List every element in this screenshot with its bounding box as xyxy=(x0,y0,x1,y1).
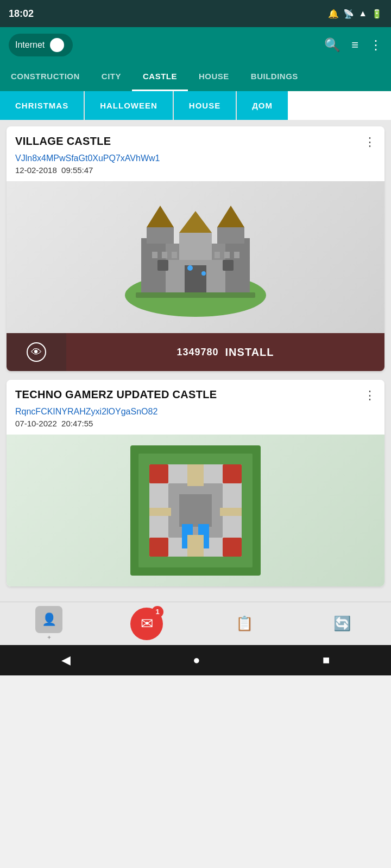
card-more-icon-2[interactable]: ⋮ xyxy=(364,388,376,403)
top-bar: Internet 🔍 ≡ ⋮ xyxy=(0,27,391,63)
svg-rect-30 xyxy=(149,464,168,483)
card-date-1: 12-02-2018 09:55:47 xyxy=(7,165,384,181)
svg-rect-32 xyxy=(149,538,168,557)
card-image-1 xyxy=(7,181,384,333)
svg-marker-8 xyxy=(217,206,244,227)
top-actions: 🔍 ≡ ⋮ xyxy=(324,37,382,53)
svg-rect-37 xyxy=(220,508,242,516)
svg-rect-21 xyxy=(224,252,230,258)
card-title-1: VILLAGE CASTLE xyxy=(15,135,111,148)
card-image-2 xyxy=(7,435,384,586)
nav-inbox[interactable]: ✉ 1 xyxy=(128,605,166,643)
nav-tabs: CONSTRUCTION CITY CASTLE HOUSE BUILDINGS xyxy=(0,63,391,91)
filter-tags: CHRISTMAS HALLOWEEN HOUSE ДОМ xyxy=(0,91,391,120)
nav-add-user[interactable]: 👤 ＋ xyxy=(30,605,68,643)
android-nav: ◀ ● ■ xyxy=(0,645,391,675)
cast-icon: 📡 xyxy=(343,9,354,19)
svg-rect-35 xyxy=(187,535,204,557)
svg-rect-34 xyxy=(187,464,204,486)
svg-rect-20 xyxy=(215,252,220,258)
card-village-castle: VILLAGE CASTLE ⋮ VJln8x4MPwSfaGt0XuPQ7xA… xyxy=(7,126,384,371)
svg-rect-19 xyxy=(172,252,177,258)
more-options-icon[interactable]: ⋮ xyxy=(369,37,382,53)
svg-rect-31 xyxy=(223,464,242,483)
svg-rect-27 xyxy=(179,494,212,527)
svg-rect-5 xyxy=(147,227,174,244)
inbox-badge: 1 xyxy=(152,606,163,618)
install-button-1[interactable]: 1349780 INSTALL xyxy=(66,333,384,371)
internet-toggle-label: Internet xyxy=(15,40,45,50)
wifi-icon: ▲ xyxy=(358,9,367,18)
status-bar: 18:02 🔔 📡 ▲ 🔋 xyxy=(0,0,391,27)
tab-buildings[interactable]: BUILDINGS xyxy=(240,63,309,91)
android-recent-button[interactable]: ■ xyxy=(323,653,330,667)
svg-rect-9 xyxy=(179,233,212,260)
svg-marker-7 xyxy=(147,206,174,227)
castle-svg-2 xyxy=(119,440,272,581)
status-icons: 🔔 📡 ▲ 🔋 xyxy=(328,9,382,19)
card-header-2: TECHNO GAMERZ UPDATED CASTLE ⋮ xyxy=(7,380,384,407)
filter-house[interactable]: HOUSE xyxy=(174,91,237,120)
card-techno-castle: TECHNO GAMERZ UPDATED CASTLE ⋮ RqncFCKIN… xyxy=(7,380,384,586)
svg-rect-12 xyxy=(157,260,168,271)
svg-rect-18 xyxy=(162,252,167,258)
nav-clipboard[interactable]: 📋 xyxy=(225,605,263,643)
status-time: 18:02 xyxy=(9,8,34,20)
add-user-icon: 👤 xyxy=(35,606,62,633)
svg-rect-33 xyxy=(223,538,242,557)
clipboard-icon: 📋 xyxy=(236,615,253,632)
card-more-icon-1[interactable]: ⋮ xyxy=(364,135,376,149)
castle-svg-1 xyxy=(109,189,282,325)
alert-icon: 🔔 xyxy=(328,9,339,19)
nav-refresh[interactable]: 🔄 xyxy=(323,605,361,643)
tab-construction[interactable]: CONSTRUCTION xyxy=(0,63,91,91)
view-button-1[interactable]: 👁 xyxy=(7,333,66,371)
filter-christmas[interactable]: CHRISTMAS xyxy=(0,91,85,120)
content-area: VILLAGE CASTLE ⋮ VJln8x4MPwSfaGt0XuPQ7xA… xyxy=(0,120,391,602)
android-home-button[interactable]: ● xyxy=(193,653,200,667)
card-link-2[interactable]: RqncFCKINYRAHZyxi2lOYgaSnO82 xyxy=(7,407,384,419)
tab-castle[interactable]: CASTLE xyxy=(132,63,188,91)
card-actions-1: 👁 1349780 INSTALL xyxy=(7,333,384,371)
install-count-1: 1349780 xyxy=(176,347,218,358)
svg-point-15 xyxy=(187,265,193,271)
filter-icon[interactable]: ≡ xyxy=(351,38,358,52)
svg-point-16 xyxy=(201,271,206,276)
svg-marker-10 xyxy=(179,211,212,233)
tab-city[interactable]: CITY xyxy=(91,63,132,91)
svg-rect-13 xyxy=(223,260,234,271)
svg-rect-14 xyxy=(136,292,255,298)
svg-rect-6 xyxy=(217,227,244,244)
install-label-1: INSTALL xyxy=(225,346,274,359)
filter-halloween[interactable]: HALLOWEEN xyxy=(85,91,174,120)
card-link-1[interactable]: VJln8x4MPwSfaGt0XuPQ7xAVhWw1 xyxy=(7,154,384,165)
card-date-2: 07-10-2022 20:47:55 xyxy=(7,419,384,435)
card-title-2: TECHNO GAMERZ UPDATED CASTLE xyxy=(15,388,217,401)
internet-toggle[interactable]: Internet xyxy=(9,34,73,56)
filter-dom[interactable]: ДОМ xyxy=(237,91,288,120)
android-back-button[interactable]: ◀ xyxy=(61,653,71,667)
bottom-nav: 👤 ＋ ✉ 1 📋 🔄 xyxy=(0,602,391,645)
battery-icon: 🔋 xyxy=(371,9,382,19)
refresh-icon: 🔄 xyxy=(333,615,351,632)
tab-house[interactable]: HOUSE xyxy=(188,63,240,91)
search-icon[interactable]: 🔍 xyxy=(324,37,340,53)
svg-rect-22 xyxy=(234,252,239,258)
svg-rect-36 xyxy=(149,508,171,516)
toggle-circle xyxy=(50,38,64,52)
card-header-1: VILLAGE CASTLE ⋮ xyxy=(7,126,384,154)
eye-icon-1: 👁 xyxy=(27,342,46,362)
svg-rect-17 xyxy=(152,252,157,258)
nav-add-icon: ＋ xyxy=(46,633,52,641)
